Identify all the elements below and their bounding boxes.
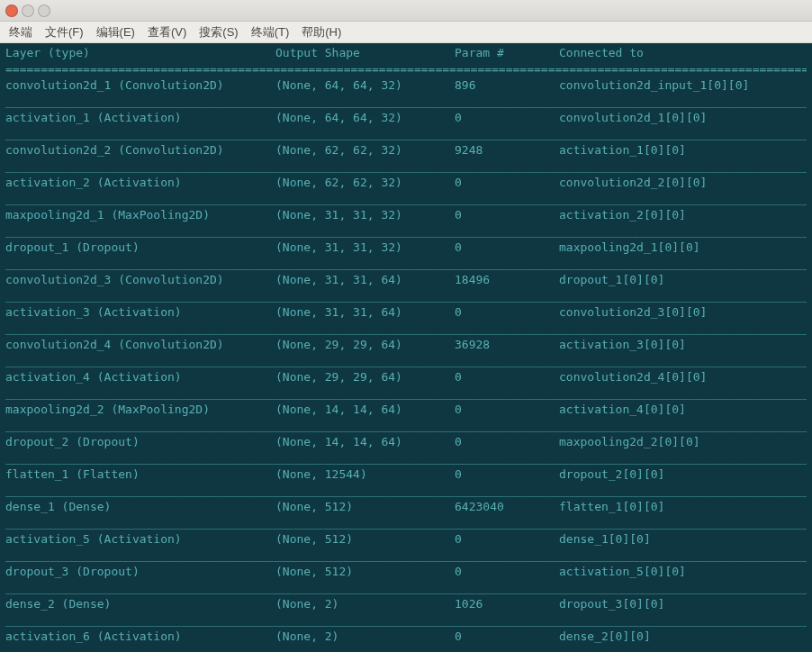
cell-conn: dropout_3[0][0] [559,596,664,612]
minimize-icon[interactable] [22,5,34,17]
cell-layer: dense_1 (Dense) [5,499,275,515]
col-header-layer: Layer (type) [5,45,275,61]
divider-row: ________________________________________… [5,94,807,110]
table-row: maxpooling2d_1 (MaxPooling2D)(None, 31, … [5,207,810,223]
divider-row: ________________________________________… [5,612,807,629]
cell-layer: activation_4 (Activation) [5,369,275,385]
divider-row: ________________________________________… [5,158,807,175]
cell-conn: convolution2d_1[0][0] [559,110,707,126]
menu-view[interactable]: 查看(V) [148,24,186,41]
menu-terminal[interactable]: 终端 [9,24,32,41]
close-icon[interactable] [5,5,18,17]
cell-conn: maxpooling2d_2[0][0] [559,434,700,450]
cell-shape: (None, 62, 62, 32) [275,175,455,191]
table-row: dropout_1 (Dropout)(None, 31, 31, 32)0ma… [5,240,810,256]
table-row: maxpooling2d_2 (MaxPooling2D)(None, 14, … [5,402,810,418]
cell-param: 36928 [455,337,559,353]
table-row: convolution2d_3 (Convolution2D)(None, 31… [5,272,810,288]
cell-conn: dropout_2[0][0] [559,466,664,483]
divider-row: ________________________________________… [5,418,807,434]
cell-shape: (None, 14, 14, 64) [275,434,455,450]
cell-param: 9248 [455,142,559,158]
table-row: dropout_2 (Dropout)(None, 14, 14, 64)0ma… [5,434,810,450]
terminal-output[interactable]: Layer (type)Output ShapeParam #Connected… [0,43,812,652]
table-row: activation_5 (Activation)(None, 512)0den… [5,531,810,548]
cell-conn: convolution2d_4[0][0] [559,369,707,385]
cell-param: 0 [455,240,559,256]
cell-shape: (None, 29, 29, 64) [275,369,455,385]
cell-param: 896 [455,77,559,94]
cell-shape: (None, 31, 31, 32) [275,240,455,256]
cell-param: 0 [455,629,559,645]
table-row: dense_1 (Dense)(None, 512)6423040flatten… [5,499,810,515]
table-row: activation_6 (Activation)(None, 2)0dense… [5,629,810,645]
menu-search[interactable]: 搜索(S) [199,24,238,41]
cell-shape: (None, 2) [275,629,455,645]
divider-row: ________________________________________… [5,548,807,564]
cell-layer: convolution2d_3 (Convolution2D) [5,272,275,288]
cell-layer: dropout_2 (Dropout) [5,434,275,450]
terminal-window: 终端 文件(F) 编辑(E) 查看(V) 搜索(S) 终端(T) 帮助(H) L… [0,0,812,652]
divider-double-top: ========================================… [5,61,807,77]
cell-param: 0 [455,466,559,483]
cell-layer: dropout_1 (Dropout) [5,240,275,256]
col-header-conn: Connected to [559,45,644,61]
divider-row: ________________________________________… [5,288,807,304]
col-header-param: Param # [455,45,559,61]
cell-layer: activation_1 (Activation) [5,110,275,126]
cell-param: 1026 [455,596,559,612]
cell-param: 0 [455,369,559,385]
divider-row: ________________________________________… [5,126,807,142]
divider-row: ________________________________________… [5,515,807,531]
cell-conn: dense_2[0][0] [559,629,651,645]
cell-conn: activation_5[0][0] [559,564,686,580]
table-row: activation_1 (Activation)(None, 64, 64, … [5,110,810,126]
col-header-shape: Output Shape [275,45,455,61]
menu-edit[interactable]: 编辑(E) [96,24,135,41]
cell-shape: (None, 2) [275,596,455,612]
cell-layer: convolution2d_2 (Convolution2D) [5,142,275,158]
cell-layer: activation_6 (Activation) [5,629,275,645]
table-row: convolution2d_2 (Convolution2D)(None, 62… [5,142,810,158]
menu-help[interactable]: 帮助(H) [302,24,341,41]
cell-shape: (None, 64, 64, 32) [275,110,455,126]
titlebar[interactable] [0,0,812,22]
cell-layer: convolution2d_4 (Convolution2D) [5,337,275,353]
cell-param: 0 [455,304,559,321]
cell-conn: flatten_1[0][0] [559,499,664,515]
cell-shape: (None, 31, 31, 64) [275,304,455,321]
cell-param: 6423040 [455,499,559,515]
divider-row: ________________________________________… [5,256,807,272]
cell-conn: dense_1[0][0] [559,531,651,548]
cell-layer: activation_3 (Activation) [5,304,275,321]
cell-conn: convolution2d_2[0][0] [559,175,707,191]
cell-conn: convolution2d_input_1[0][0] [559,77,749,94]
cell-param: 0 [455,402,559,418]
cell-layer: activation_2 (Activation) [5,175,275,191]
table-row: activation_2 (Activation)(None, 62, 62, … [5,175,810,191]
cell-shape: (None, 29, 29, 64) [275,337,455,353]
cell-shape: (None, 512) [275,499,455,515]
cell-layer: maxpooling2d_1 (MaxPooling2D) [5,207,275,223]
maximize-icon[interactable] [38,5,50,17]
menubar: 终端 文件(F) 编辑(E) 查看(V) 搜索(S) 终端(T) 帮助(H) [0,22,812,43]
table-row: activation_4 (Activation)(None, 29, 29, … [5,369,810,385]
cell-layer: dense_2 (Dense) [5,596,275,612]
menu-file[interactable]: 文件(F) [45,24,84,41]
cell-conn: activation_4[0][0] [559,402,686,418]
cell-param: 0 [455,434,559,450]
table-body: convolution2d_1 (Convolution2D)(None, 64… [5,77,810,645]
cell-param: 0 [455,207,559,223]
cell-param: 0 [455,110,559,126]
cell-shape: (None, 14, 14, 64) [275,402,455,418]
divider-row: ________________________________________… [5,385,807,402]
table-row: activation_3 (Activation)(None, 31, 31, … [5,304,810,321]
divider-double-bottom: ========================================… [5,645,807,652]
divider-row: ________________________________________… [5,353,807,369]
divider-row: ________________________________________… [5,450,807,466]
table-row: convolution2d_4 (Convolution2D)(None, 29… [5,337,810,353]
cell-param: 0 [455,564,559,580]
cell-layer: activation_5 (Activation) [5,531,275,548]
cell-layer: flatten_1 (Flatten) [5,466,275,483]
menu-terminal2[interactable]: 终端(T) [251,24,290,41]
